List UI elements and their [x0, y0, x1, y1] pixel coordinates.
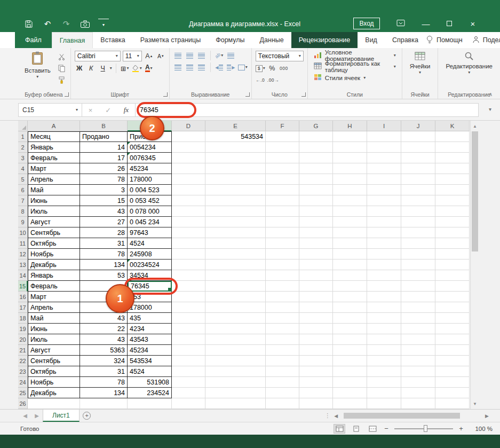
normal-view-icon[interactable] [334, 424, 345, 434]
decrease-font-icon[interactable]: А▾ [156, 51, 165, 61]
cell-I2[interactable] [367, 142, 401, 153]
row-header-10[interactable]: 10 [18, 227, 28, 238]
cell-E22[interactable] [205, 356, 266, 366]
cell-A16[interactable]: Март [28, 292, 80, 302]
cell-E4[interactable] [205, 163, 266, 174]
row-header-15[interactable]: 15 [18, 281, 28, 292]
align-left-icon[interactable] [173, 62, 183, 72]
cell-I19[interactable] [367, 324, 401, 334]
cell-K9[interactable] [435, 217, 470, 227]
cell-J6[interactable] [401, 185, 435, 195]
align-center-icon[interactable] [185, 62, 195, 72]
cell-K21[interactable] [435, 345, 470, 356]
font-dialog-launcher-icon[interactable] [163, 92, 168, 97]
cell-H5[interactable] [333, 174, 367, 185]
cell-F22[interactable] [266, 356, 299, 366]
cell-A1[interactable]: Месяц [28, 131, 80, 142]
row-header-20[interactable]: 20 [18, 334, 28, 345]
cell-H7[interactable] [333, 195, 367, 206]
cell-B4[interactable]: 26 [80, 163, 128, 174]
cell-D10[interactable] [172, 227, 205, 238]
vertical-scrollbar[interactable]: ▲ ▼ [470, 121, 479, 409]
cell-E10[interactable] [205, 227, 266, 238]
cell-K11[interactable] [435, 238, 470, 249]
cell-C21[interactable]: 45234 [128, 345, 172, 356]
underline-dropdown-icon[interactable]: ▾ [110, 66, 112, 70]
cell-H17[interactable] [333, 302, 367, 313]
decrease-indent-icon[interactable]: ◀ [215, 62, 224, 72]
cell-K6[interactable] [435, 185, 470, 195]
cell-K1[interactable] [435, 131, 470, 142]
row-header-23[interactable]: 23 [18, 366, 28, 377]
cell-K3[interactable] [435, 153, 470, 163]
tab-help[interactable]: Справка [385, 32, 426, 48]
cell-G13[interactable] [299, 260, 333, 270]
cell-B25[interactable]: 134 [80, 388, 128, 398]
cell-J16[interactable] [401, 292, 435, 302]
cell-K19[interactable] [435, 324, 470, 334]
cell-C5[interactable]: 178000 [128, 174, 172, 185]
sheet-tab-active[interactable]: Лист1 [43, 410, 80, 422]
cell-D1[interactable] [172, 131, 205, 142]
cell-C9[interactable]: 0 045 234 [128, 217, 172, 227]
cell-D17[interactable] [172, 302, 205, 313]
cell-G7[interactable] [299, 195, 333, 206]
cell-H4[interactable] [333, 163, 367, 174]
cell-C20[interactable]: 43543 [128, 334, 172, 345]
cell-J22[interactable] [401, 356, 435, 366]
share-button[interactable]: Поделиться [472, 36, 500, 45]
expand-formula-bar-icon[interactable]: ▾ [489, 106, 491, 112]
cell-C10[interactable]: 97643 [128, 227, 172, 238]
cell-K12[interactable] [435, 249, 470, 260]
tab-home[interactable]: Главная [52, 32, 93, 48]
cell-I15[interactable] [367, 281, 401, 292]
horizontal-scrollbar-track[interactable] [342, 412, 481, 419]
cell-K18[interactable] [435, 313, 470, 324]
cell-D3[interactable] [172, 153, 205, 163]
row-header-14[interactable]: 14 [18, 270, 28, 281]
cell-E26[interactable] [205, 398, 266, 409]
cell-H8[interactable] [333, 206, 367, 217]
sheet-nav-left-icon[interactable]: ◀ [19, 410, 31, 422]
insert-function-icon[interactable]: fx [124, 106, 129, 114]
cell-H11[interactable] [333, 238, 367, 249]
cell-I3[interactable] [367, 153, 401, 163]
cell-K10[interactable] [435, 227, 470, 238]
cell-A19[interactable]: Июнь [28, 324, 80, 334]
cell-I11[interactable] [367, 238, 401, 249]
cell-E18[interactable] [205, 313, 266, 324]
cell-E8[interactable] [205, 206, 266, 217]
cell-C6[interactable]: 0 004 523 [128, 185, 172, 195]
cell-H12[interactable] [333, 249, 367, 260]
cell-G24[interactable] [299, 377, 333, 388]
tab-view[interactable]: Вид [358, 32, 385, 48]
cell-H21[interactable] [333, 345, 367, 356]
cell-I22[interactable] [367, 356, 401, 366]
underline-button[interactable]: Ч [98, 64, 108, 73]
maximize-button[interactable] [438, 16, 461, 31]
column-header-E[interactable]: E [205, 121, 266, 131]
cell-A8[interactable]: Июль [28, 206, 80, 217]
wrap-text-icon[interactable] [226, 51, 236, 60]
cell-B12[interactable]: 78 [80, 249, 128, 260]
cell-B1[interactable]: Продано [80, 131, 128, 142]
row-header-5[interactable]: 5 [18, 174, 28, 185]
cell-A14[interactable]: Январь [28, 270, 80, 281]
cell-I25[interactable] [367, 388, 401, 398]
cell-F11[interactable] [266, 238, 299, 249]
cell-D7[interactable] [172, 195, 205, 206]
format-painter-icon[interactable] [57, 75, 67, 85]
cell-D24[interactable] [172, 377, 205, 388]
cell-C25[interactable]: 234524 [128, 388, 172, 398]
cell-K8[interactable] [435, 206, 470, 217]
align-top-icon[interactable] [173, 51, 183, 60]
cell-G4[interactable] [299, 163, 333, 174]
cell-K16[interactable] [435, 292, 470, 302]
cell-C23[interactable]: 4524 [128, 366, 172, 377]
cell-K14[interactable] [435, 270, 470, 281]
cell-G16[interactable] [299, 292, 333, 302]
cell-C19[interactable]: 4234 [128, 324, 172, 334]
cell-K7[interactable] [435, 195, 470, 206]
cell-C17[interactable]: 178000 [128, 302, 172, 313]
cell-F19[interactable] [266, 324, 299, 334]
